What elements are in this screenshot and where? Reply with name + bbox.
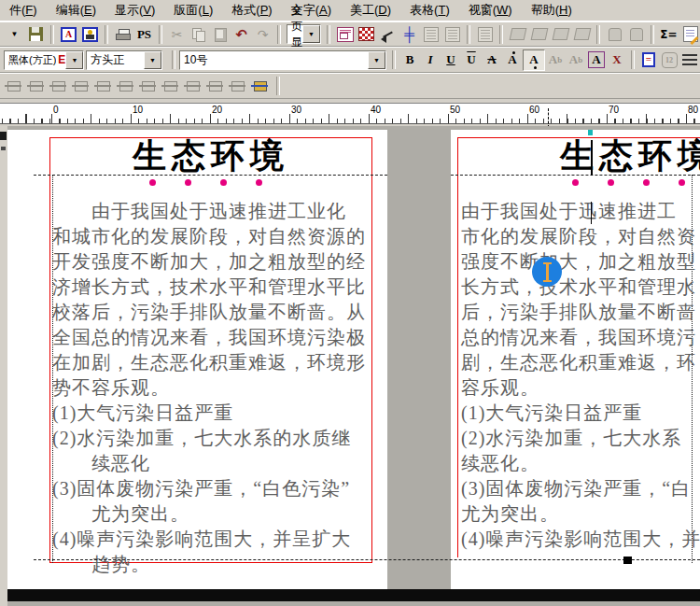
frame-resize-handle[interactable]: [623, 557, 632, 564]
rotate-right-button[interactable]: [528, 24, 550, 45]
align-center-icon[interactable]: [93, 78, 113, 94]
text-line[interactable]: 济增长方式，技术水平和管理水平比: [52, 275, 381, 300]
align-middle-icon[interactable]: [26, 78, 46, 94]
text-line[interactable]: 尤为突出。: [461, 501, 700, 527]
page-title[interactable]: 生态环境: [560, 137, 700, 175]
text-line[interactable]: 由于我国处于迅速推进工业化: [52, 199, 381, 224]
text-line[interactable]: 趋势。: [52, 552, 381, 577]
copy-button[interactable]: [188, 24, 209, 45]
paragraph-align-button[interactable]: [679, 50, 700, 70]
space-vertical-icon[interactable]: [161, 78, 180, 94]
chevron-down-icon[interactable]: ▼: [144, 51, 161, 69]
formula-button[interactable]: Σ=: [658, 24, 679, 45]
text-line[interactable]: (4)噪声污染影响范围大，并: [461, 527, 700, 552]
save-button[interactable]: [25, 24, 47, 45]
flip-vertical-button[interactable]: [571, 24, 593, 45]
text-line[interactable]: 开发强度不断加大，加之粗放型的经: [52, 249, 381, 275]
chevron-down-icon[interactable]: ▼: [65, 51, 83, 69]
text-line[interactable]: 长方式，技术水平和管理水: [461, 275, 700, 300]
font-name-combobox[interactable]: 黑体(方正) E ▼: [4, 50, 84, 70]
menu-item[interactable]: 表格(T): [400, 0, 459, 21]
menu-item[interactable]: 帮助(H): [522, 0, 581, 21]
text-line[interactable]: 尤为突出。: [52, 501, 381, 527]
chevron-down-icon[interactable]: ▼: [302, 25, 320, 43]
menu-item[interactable]: 显示(V): [105, 0, 164, 21]
text-frame[interactable]: 由于我国处于迅速推进工业化和城市化的发展阶段，对自然资源的开发强度不断加大，加之…: [52, 199, 381, 577]
emphasis-dot-below-button[interactable]: A: [523, 49, 545, 71]
menu-item[interactable]: 件(F): [0, 0, 47, 21]
text-line[interactable]: (1)大气污染日益严重: [52, 401, 381, 426]
overline-button[interactable]: U: [461, 50, 482, 70]
text-line[interactable]: 强度不断加大，加之粗放型: [461, 249, 700, 275]
color-tool-icon[interactable]: [250, 78, 270, 94]
undo-button[interactable]: ↶: [231, 24, 252, 45]
text-line[interactable]: (3)固体废物污染严重，“白: [461, 476, 700, 501]
text-line[interactable]: 由于我国处于迅速推进工: [461, 199, 700, 224]
flip-horizontal-button[interactable]: [550, 24, 571, 45]
align-left-icon[interactable]: [71, 78, 91, 94]
text-flow-button-2[interactable]: [441, 24, 463, 45]
send-backward-button[interactable]: [625, 24, 647, 45]
image-attributes-button[interactable]: [79, 24, 101, 45]
baseline-grid-button[interactable]: ╪: [399, 24, 420, 45]
superscript-button[interactable]: Ab: [545, 50, 566, 70]
bold-button[interactable]: B: [399, 50, 420, 70]
text-frame[interactable]: 由于我国处于迅速推进工市化的发展阶段，对自然资强度不断加大，加之粗放型长方式，技…: [461, 199, 700, 552]
shading-button[interactable]: [356, 24, 377, 45]
underline-button[interactable]: U: [441, 50, 461, 70]
text-line[interactable]: 续恶化: [52, 451, 381, 476]
italic-button[interactable]: I: [420, 50, 441, 70]
text-attributes-button[interactable]: A: [58, 24, 79, 45]
paste-button[interactable]: [209, 24, 231, 45]
text-line[interactable]: 和城市化的发展阶段，对自然资源的: [52, 224, 381, 249]
text-flow-button-3[interactable]: [474, 24, 496, 45]
cut-button[interactable]: ✂: [166, 24, 188, 45]
same-width-icon[interactable]: [183, 78, 203, 94]
same-size-icon[interactable]: [228, 78, 247, 94]
equals-format-button[interactable]: =: [638, 50, 659, 70]
text-line[interactable]: 剧，生态恶化积重难返，环: [461, 350, 700, 375]
toolbar-overflow-button[interactable]: ▼: [4, 24, 25, 45]
text-line[interactable]: (3)固体废物污染严重，“白色污染”: [52, 476, 381, 501]
menu-item[interactable]: 格式(P): [222, 0, 281, 21]
menu-item[interactable]: 编辑(E): [47, 0, 105, 21]
menu-item[interactable]: 版面(L): [164, 0, 222, 21]
numbering-button[interactable]: 12: [659, 50, 679, 70]
chevron-down-icon[interactable]: ▼: [368, 51, 385, 69]
align-bottom-icon[interactable]: [49, 78, 68, 94]
insert-pointer-button[interactable]: [377, 24, 399, 45]
text-line[interactable]: (2)水污染加重，七大水系的水质继: [52, 426, 381, 451]
text-line[interactable]: (2)水污染加重，七大水系: [461, 426, 700, 451]
page-right[interactable]: 生态环境 由于我国处于迅速推进工市化的发展阶段，对自然资强度不断加大，加之粗放型…: [451, 130, 700, 589]
text-line[interactable]: (1)大气污染日益严重: [461, 401, 700, 426]
redo-button[interactable]: ↷: [252, 24, 273, 45]
page-title[interactable]: 生态环境: [49, 137, 372, 175]
clear-format-button[interactable]: X: [607, 50, 627, 70]
text-line[interactable]: (4)噪声污染影响范围大，并呈扩大: [52, 527, 381, 552]
text-flow-button-1[interactable]: [420, 24, 441, 45]
zoom-combobox[interactable]: 全页显示 ▼: [287, 24, 321, 44]
text-line[interactable]: 市化的发展阶段，对自然资: [461, 224, 700, 249]
text-line[interactable]: 全国总的情况来看，我国环境污染极: [52, 325, 381, 350]
ps-output-button[interactable]: PS: [133, 24, 155, 45]
text-line[interactable]: 在加剧，生态恶化积重难返，环境形: [52, 350, 381, 375]
text-line[interactable]: 势不容乐观。: [52, 375, 381, 401]
same-height-icon[interactable]: [205, 78, 225, 94]
text-line[interactable]: 续恶化。: [461, 451, 700, 476]
text-line[interactable]: 总的情况来看，我国环境污: [461, 325, 700, 350]
text-line[interactable]: 校落后，污染手排队放量不断啬。从: [52, 300, 381, 325]
rotate-left-button[interactable]: [507, 24, 528, 45]
print-button[interactable]: [112, 24, 133, 45]
text-line[interactable]: 后，污染手排队放量不断啬: [461, 300, 700, 325]
align-right-icon[interactable]: [116, 78, 135, 94]
text-frame-button[interactable]: [334, 24, 356, 45]
page-left[interactable]: 生态环境 由于我国处于迅速推进工业化和城市化的发展阶段，对自然资源的开发强度不断…: [7, 130, 387, 589]
subscript-button[interactable]: Ab: [566, 50, 586, 70]
text-line[interactable]: 容乐观。: [461, 375, 700, 401]
space-horizontal-icon[interactable]: [138, 78, 158, 94]
strikethrough-button[interactable]: A: [482, 50, 502, 70]
font-style-combobox[interactable]: 方头正 ▼: [86, 50, 162, 70]
font-size-combobox[interactable]: 10号 ▼: [179, 50, 386, 70]
notes-button[interactable]: [679, 24, 700, 45]
align-top-icon[interactable]: [4, 78, 23, 94]
